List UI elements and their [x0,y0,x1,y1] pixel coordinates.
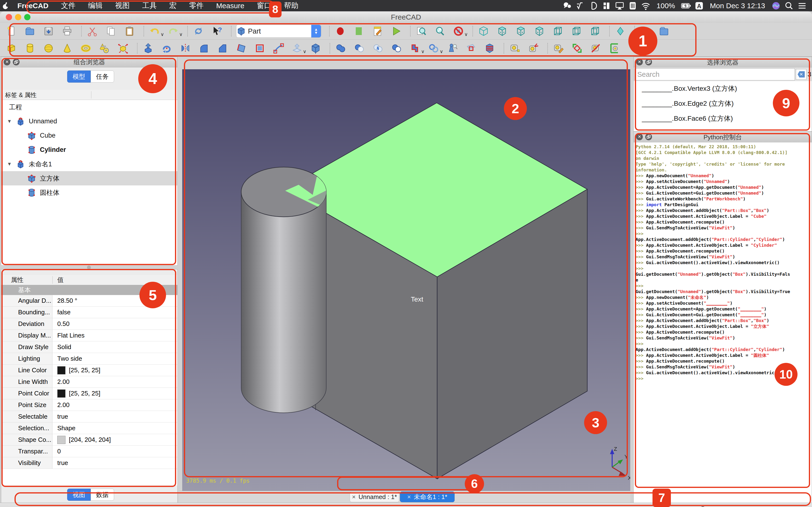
view-top-icon[interactable] [515,25,527,37]
boolean-intersection-icon[interactable] [372,42,384,54]
close-tab-icon[interactable]: × [407,493,411,501]
whats-this-icon[interactable]: ? [211,25,223,37]
extrude-icon[interactable] [142,42,154,54]
sweep-icon[interactable] [272,42,285,54]
measure-linear-icon[interactable] [509,42,521,54]
create-primitives-icon[interactable] [98,42,110,54]
property-row-DisplayM[interactable]: Display M...Flat Lines [1,330,177,341]
menu-app[interactable]: FreeCAD [11,0,55,11]
menu-clock[interactable]: Mon Dec 3 12:13 [707,2,768,10]
macro-edit-icon[interactable] [371,25,384,37]
notification-center-icon[interactable] [797,0,808,11]
print-icon[interactable] [61,25,73,37]
boolean-union-icon[interactable] [335,42,347,54]
3d-viewport[interactable]: Text3785.9 ms / 0.1 fpsZYX [182,69,630,491]
cross-section-icon[interactable] [465,42,477,54]
primitive-box-icon[interactable] [5,42,17,54]
zoom-selection-icon[interactable] [434,25,446,37]
property-row-Lighting[interactable]: LightingTwo side [1,353,177,364]
zoom-fit-all-icon[interactable] [415,25,427,37]
spotlight-icon[interactable] [783,0,795,11]
property-row-DrawStyle[interactable]: Draw StyleSolid [1,341,177,353]
menu-视图[interactable]: 视图 [109,0,136,11]
menu-编辑[interactable]: 编辑 [82,0,109,11]
menu-工具[interactable]: 工具 [136,0,163,11]
open-folder-icon[interactable] [24,25,36,37]
primitive-sphere-icon[interactable] [43,42,55,54]
property-row-Bounding[interactable]: Bounding...false [1,306,177,318]
apple-menu-icon[interactable] [0,0,11,11]
fillet-icon[interactable] [198,42,210,54]
primitive-cylinder-icon[interactable] [24,42,36,54]
shape-check-icon[interactable] [446,42,458,54]
thickness-icon[interactable] [310,42,322,54]
property-row-Visibility[interactable]: Visibilitytrue [1,457,177,469]
property-row-AngularD[interactable]: Angular D...28.50 ° [1,295,177,306]
python-console-output[interactable]: Python 2.7.14 (default, Mar 22 2018, 15:… [633,143,812,507]
selection-item[interactable]: ________.Box.Face6 (立方体) [633,111,812,126]
property-row-PointColor[interactable]: Point Color[25, 25, 25] [1,388,177,399]
clear-search-icon[interactable]: ✕ [796,69,806,80]
undo-icon[interactable]: ∨ [149,25,161,37]
siri-icon[interactable] [770,0,781,11]
document-tab-2[interactable]: ×未命名1 : 1* [400,492,455,502]
float-panel-icon[interactable] [645,59,652,65]
tab-model[interactable]: 模型 [67,70,91,82]
boolean-connect-icon[interactable]: ∨ [428,42,440,54]
view-left-icon[interactable] [589,25,601,37]
chamfer-icon[interactable] [216,42,229,54]
macro-record-icon[interactable] [334,25,346,37]
tree-item-Cube[interactable]: Cube [1,128,177,143]
primitive-cone-icon[interactable] [61,42,73,54]
search-input[interactable]: Search [635,68,795,80]
sqrt-app-icon[interactable] [575,0,586,11]
primitive-torus-icon[interactable] [80,42,92,54]
airplay-icon[interactable] [614,0,625,11]
tab-view[interactable]: 视图 [67,489,91,501]
property-row-Selection[interactable]: Selection...Shape [1,422,177,434]
disclosure-triangle-icon[interactable]: ▼ [7,161,12,167]
property-group-header[interactable]: 基本 [1,285,177,295]
float-panel-icon[interactable] [13,59,19,65]
dock-splitter-handle[interactable] [87,266,91,270]
save-icon[interactable] [43,25,55,37]
boolean-xor-icon[interactable] [391,42,403,54]
copy-icon[interactable] [105,25,117,37]
close-icon[interactable]: ✕ [636,59,643,65]
view-bottom-icon[interactable] [570,25,582,37]
indicator-grid-icon[interactable] [627,0,638,11]
macro-run-icon[interactable] [390,25,402,37]
property-row-Transpar[interactable]: Transpar...0 [1,446,177,457]
property-row-LineColor[interactable]: Line Color[25, 25, 25] [1,364,177,376]
compound-tools-icon[interactable]: ∨ [409,42,421,54]
close-tab-icon[interactable]: × [352,493,355,501]
draw-style-icon[interactable]: ∨ [452,25,464,37]
menu-窗口[interactable]: 窗口 [251,0,278,11]
tab-data[interactable]: 数据 [91,489,114,501]
cross-sections-icon[interactable] [484,42,496,54]
menu-宏[interactable]: 宏 [163,0,183,11]
redo-icon[interactable]: ∨ [167,25,179,37]
mirror-icon[interactable] [179,42,191,54]
menu-零件[interactable]: 零件 [183,0,210,11]
loft-icon[interactable] [254,42,266,54]
paste-icon[interactable] [123,25,136,37]
document-tab-1[interactable]: ×Unnamed : 1* [350,492,399,502]
measure-angular-icon[interactable] [527,42,540,54]
teal-diamond-icon[interactable] [614,25,626,37]
tree-root-application[interactable]: 工程 [1,100,177,114]
tab-tasks[interactable]: 任务 [91,70,114,82]
input-a-icon[interactable]: A [694,0,705,11]
view-axonometric-icon[interactable] [477,25,490,37]
window-tiles-icon[interactable] [601,0,612,11]
close-icon[interactable]: ✕ [636,133,643,140]
measure-toggle-all-icon[interactable] [590,42,602,54]
offset-icon[interactable]: ∨ [291,42,303,54]
menu-帮助[interactable]: 帮助 [278,0,305,11]
menu-文件[interactable]: 文件 [55,0,82,11]
property-row-PointSize[interactable]: Point Size2.00 [1,399,177,411]
macro-stop-icon[interactable] [353,25,365,37]
tree-document-Unnamed[interactable]: ▼Unnamed [1,114,177,128]
stacked-boxes-icon[interactable] [640,25,652,37]
property-row-ShapeCo[interactable]: Shape Co...[204, 204, 204] [1,434,177,446]
